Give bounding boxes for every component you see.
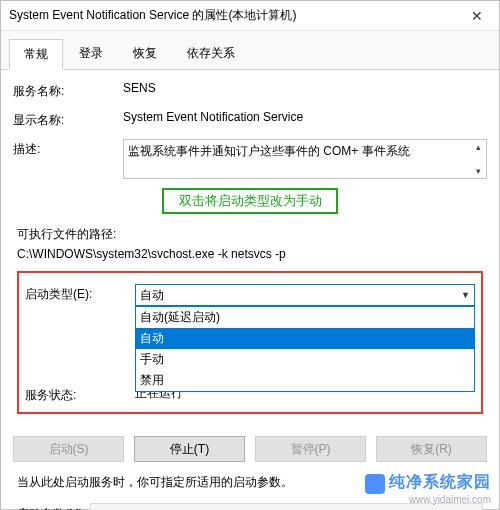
display-name-label: 显示名称:	[13, 110, 123, 129]
pause-button[interactable]: 暂停(P)	[255, 436, 366, 462]
startup-option-auto[interactable]: 自动	[136, 328, 474, 349]
startup-option-manual[interactable]: 手动	[136, 349, 474, 370]
start-button[interactable]: 启动(S)	[13, 436, 124, 462]
tab-dependencies[interactable]: 依存关系	[173, 39, 249, 69]
properties-dialog: System Event Notification Service 的属性(本地…	[0, 0, 500, 510]
tab-strip: 常规 登录 恢复 依存关系	[1, 31, 499, 70]
description-label: 描述:	[13, 139, 123, 158]
startup-type-selected: 自动	[140, 287, 461, 304]
window-title: System Event Notification Service 的属性(本地…	[9, 7, 296, 24]
exe-path-value: C:\WINDOWS\system32\svchost.exe -k netsv…	[17, 243, 483, 261]
tab-content: 服务名称: SENS 显示名称: System Event Notificati…	[1, 70, 499, 430]
chevron-down-icon: ▼	[461, 290, 470, 300]
display-name-value: System Event Notification Service	[123, 110, 487, 124]
annotation-overlay: 双击将启动类型改为手动	[162, 188, 338, 214]
close-icon[interactable]: ✕	[455, 1, 499, 31]
highlight-outline: 启动类型(E): 自动 ▼ 自动(延迟启动) 自动 手动 禁用 服务状态:	[17, 271, 483, 414]
resume-button[interactable]: 恢复(R)	[376, 436, 487, 462]
scroll-up-icon[interactable]: ▴	[470, 140, 486, 154]
startup-type-dropdown: 自动(延迟启动) 自动 手动 禁用	[135, 306, 475, 392]
tab-general[interactable]: 常规	[9, 39, 63, 70]
startup-option-disabled[interactable]: 禁用	[136, 370, 474, 391]
startup-params-label: 启动参数(M):	[17, 506, 86, 511]
tab-logon[interactable]: 登录	[65, 39, 117, 69]
service-name-value: SENS	[123, 81, 487, 95]
description-textbox[interactable]: 监视系统事件并通知订户这些事件的 COM+ 事件系统 ▴ ▾	[123, 139, 487, 179]
service-status-label: 服务状态:	[25, 385, 135, 404]
exe-path-label: 可执行文件的路径:	[17, 226, 483, 243]
watermark-brand: 纯净系统家园	[389, 473, 491, 490]
startup-option-delayed[interactable]: 自动(延迟启动)	[136, 307, 474, 328]
startup-type-combo[interactable]: 自动 ▼	[135, 284, 475, 306]
tab-recovery[interactable]: 恢复	[119, 39, 171, 69]
scroll-down-icon[interactable]: ▾	[470, 164, 486, 178]
startup-type-label: 启动类型(E):	[25, 284, 135, 303]
stop-button[interactable]: 停止(T)	[134, 436, 245, 462]
description-text: 监视系统事件并通知订户这些事件的 COM+ 事件系统	[128, 144, 410, 158]
watermark: 纯净系统家园 www.yidaimei.com	[365, 472, 491, 505]
titlebar: System Event Notification Service 的属性(本地…	[1, 1, 499, 31]
service-name-label: 服务名称:	[13, 81, 123, 100]
watermark-logo-icon	[365, 474, 385, 494]
watermark-url: www.yidaimei.com	[365, 494, 491, 505]
service-buttons: 启动(S) 停止(T) 暂停(P) 恢复(R)	[1, 430, 499, 466]
